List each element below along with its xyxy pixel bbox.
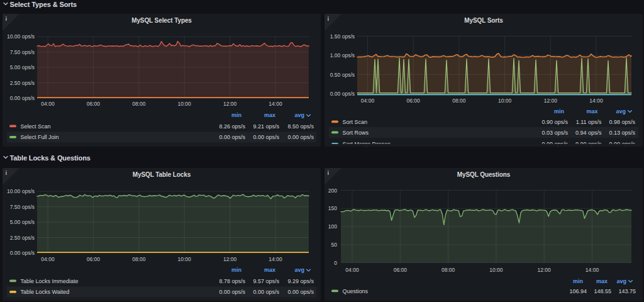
svg-text:0.00 ops/s: 0.00 ops/s	[287, 134, 314, 140]
svg-text:8.50 ops/s: 8.50 ops/s	[287, 123, 314, 130]
svg-text:50: 50	[331, 242, 338, 248]
svg-text:1.50 ops/s: 1.50 ops/s	[330, 33, 355, 40]
svg-text:min: min	[231, 112, 242, 118]
svg-text:150: 150	[328, 205, 337, 211]
svg-text:10:00: 10:00	[489, 267, 503, 273]
svg-text:7.50 ops/s: 7.50 ops/s	[10, 49, 35, 55]
svg-text:max: max	[264, 267, 275, 273]
svg-text:06:00: 06:00	[394, 267, 408, 273]
svg-text:0.00 ops/s: 0.00 ops/s	[10, 250, 35, 256]
svg-text:04:00: 04:00	[41, 256, 55, 262]
svg-text:10.00 ops/s: 10.00 ops/s	[7, 33, 35, 40]
svg-text:100: 100	[328, 223, 337, 230]
svg-text:Select Full Join: Select Full Join	[21, 134, 59, 140]
svg-text:08:00: 08:00	[132, 256, 146, 262]
svg-text:04:00: 04:00	[345, 267, 359, 273]
svg-text:avg: avg	[616, 108, 626, 115]
svg-text:1.11 ops/s: 1.11 ops/s	[576, 119, 602, 125]
svg-text:min: min	[231, 267, 242, 273]
svg-text:106.94: 106.94	[569, 288, 587, 294]
svg-text:MySQL Table Locks: MySQL Table Locks	[133, 171, 191, 178]
svg-text:9.29 ops/s: 9.29 ops/s	[287, 278, 314, 284]
svg-text:0.00 ops/s: 0.00 ops/s	[219, 289, 245, 295]
svg-text:08:00: 08:00	[452, 98, 466, 104]
svg-text:14:00: 14:00	[586, 267, 599, 273]
svg-text:avg: avg	[294, 267, 304, 273]
svg-text:i: i	[5, 15, 7, 22]
svg-text:12:00: 12:00	[223, 101, 237, 107]
svg-text:12:00: 12:00	[538, 267, 552, 273]
svg-text:MySQL Questions: MySQL Questions	[457, 171, 511, 178]
svg-text:0.13 ops/s: 0.13 ops/s	[609, 130, 635, 136]
svg-text:9.21 ops/s: 9.21 ops/s	[253, 123, 279, 130]
svg-text:i: i	[5, 169, 7, 176]
svg-text:0.90 ops/s: 0.90 ops/s	[541, 119, 568, 125]
svg-text:06:00: 06:00	[87, 256, 101, 262]
svg-text:0.50 ops/s: 0.50 ops/s	[330, 72, 355, 78]
svg-text:10:00: 10:00	[178, 101, 192, 107]
svg-text:0.00 ops/s: 0.00 ops/s	[10, 95, 35, 101]
svg-text:Table Locks Immediate: Table Locks Immediate	[21, 278, 79, 284]
svg-text:Sort Scan: Sort Scan	[343, 119, 368, 125]
svg-text:04:00: 04:00	[361, 98, 375, 104]
svg-text:14:00: 14:00	[269, 256, 282, 262]
svg-text:0.94 ops/s: 0.94 ops/s	[575, 130, 602, 136]
svg-text:06:00: 06:00	[407, 98, 421, 104]
svg-text:0: 0	[334, 260, 337, 266]
svg-text:min: min	[554, 108, 564, 115]
svg-text:12:00: 12:00	[544, 98, 558, 104]
svg-text:08:00: 08:00	[441, 267, 455, 273]
svg-text:10:00: 10:00	[498, 98, 512, 104]
svg-text:Select Types & Sorts: Select Types & Sorts	[10, 1, 77, 8]
svg-text:1.00 ops/s: 1.00 ops/s	[330, 52, 355, 59]
svg-text:2.50 ops/s: 2.50 ops/s	[10, 235, 35, 241]
svg-text:0.00 ops/s: 0.00 ops/s	[219, 134, 245, 140]
svg-text:Select Scan: Select Scan	[21, 123, 51, 130]
svg-text:Questions: Questions	[343, 288, 369, 294]
svg-text:04:00: 04:00	[41, 101, 55, 107]
svg-text:0.98 ops/s: 0.98 ops/s	[609, 119, 635, 125]
svg-text:14:00: 14:00	[269, 101, 282, 107]
svg-text:08:00: 08:00	[132, 101, 146, 107]
svg-text:06:00: 06:00	[87, 101, 101, 107]
svg-text:7.50 ops/s: 7.50 ops/s	[10, 204, 35, 210]
svg-text:5.00 ops/s: 5.00 ops/s	[10, 219, 35, 225]
svg-text:143.75: 143.75	[618, 288, 636, 294]
svg-text:12:00: 12:00	[223, 256, 237, 262]
svg-text:Sort Rows: Sort Rows	[343, 130, 369, 136]
svg-text:max: max	[596, 278, 608, 284]
svg-text:MySQL Select Types: MySQL Select Types	[131, 17, 192, 24]
svg-text:Table Locks & Questions: Table Locks & Questions	[10, 154, 91, 162]
svg-text:Table Locks Waited: Table Locks Waited	[21, 289, 70, 295]
svg-text:0.00 ops/s: 0.00 ops/s	[287, 289, 314, 295]
svg-text:0.03 ops/s: 0.03 ops/s	[541, 130, 568, 136]
svg-text:max: max	[586, 108, 597, 115]
svg-text:148.55: 148.55	[594, 288, 611, 294]
svg-text:min: min	[573, 278, 583, 284]
svg-text:MySQL Sorts: MySQL Sorts	[464, 17, 503, 24]
svg-text:0.00 ops/s: 0.00 ops/s	[330, 91, 355, 97]
svg-text:2.50 ops/s: 2.50 ops/s	[10, 80, 35, 86]
svg-text:9.57 ops/s: 9.57 ops/s	[253, 278, 279, 284]
svg-text:200: 200	[328, 187, 337, 194]
svg-text:avg: avg	[294, 112, 304, 118]
svg-text:14:00: 14:00	[589, 98, 603, 104]
svg-text:avg: avg	[616, 278, 626, 284]
svg-text:8.78 ops/s: 8.78 ops/s	[219, 278, 245, 284]
svg-text:i: i	[327, 169, 329, 176]
svg-text:i: i	[327, 15, 329, 22]
svg-text:max: max	[264, 112, 275, 118]
svg-text:10:00: 10:00	[178, 256, 192, 262]
svg-text:0.00 ops/s: 0.00 ops/s	[253, 134, 279, 140]
svg-text:8.26 ops/s: 8.26 ops/s	[219, 123, 245, 130]
svg-text:0.00 ops/s: 0.00 ops/s	[253, 289, 279, 295]
svg-text:10.00 ops/s: 10.00 ops/s	[7, 188, 35, 194]
svg-text:5.00 ops/s: 5.00 ops/s	[10, 64, 35, 70]
